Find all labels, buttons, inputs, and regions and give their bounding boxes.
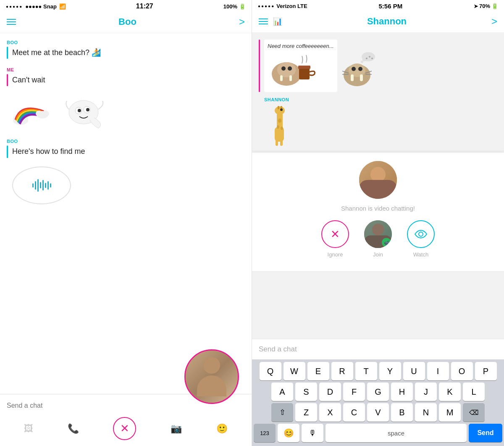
key-a[interactable]: A [271, 383, 293, 401]
bar-chart-icon[interactable]: 📊 [273, 17, 282, 26]
key-c[interactable]: C [343, 403, 365, 422]
carrier-name: ●●●●● Snap [25, 3, 57, 10]
key-i[interactable]: I [427, 362, 449, 380]
keyboard-row-2: A S D F G H J K L [254, 383, 502, 401]
right-chevron-right-icon[interactable]: > [491, 16, 497, 27]
shannon-sticker-block: Need more coffeeeeeeen... [259, 40, 497, 92]
key-h[interactable]: H [391, 383, 413, 401]
svg-point-12 [277, 62, 296, 77]
shannon-video-avatar [359, 161, 397, 199]
key-v[interactable]: V [367, 403, 389, 422]
right-status-bar: ●●●●● Verizon LTE 5:56 PM ➤ 70% 🔋 [252, 0, 504, 12]
key-m[interactable]: M [439, 403, 461, 422]
key-w[interactable]: W [284, 362, 305, 380]
right-hamburger-line-1 [259, 18, 268, 19]
right-header-left: 📊 [259, 17, 282, 26]
hamburger-line-2 [7, 21, 16, 22]
watch-action[interactable]: Watch [407, 220, 435, 258]
video-icon[interactable]: 📷 [171, 423, 182, 434]
left-battery-area: 100% 🔋 [223, 3, 246, 10]
message-bar-2 [7, 74, 8, 86]
key-y[interactable]: Y [379, 362, 401, 380]
coffee-sticker: Need more coffeeeeeeen... [264, 40, 337, 92]
svg-point-16 [288, 66, 292, 71]
sender-label-boo-1: BOO [7, 40, 245, 45]
key-p[interactable]: P [475, 362, 497, 380]
walrus-sticker-standalone [342, 49, 376, 89]
ignore-action[interactable]: ✕ Ignore [321, 220, 349, 258]
shannon-avatar-content [359, 161, 397, 199]
wave-bar-5 [42, 180, 44, 190]
key-d[interactable]: D [319, 383, 341, 401]
left-time: 11:27 [136, 3, 153, 10]
key-t[interactable]: T [355, 362, 377, 380]
caller-body [197, 375, 226, 396]
space-key[interactable]: space [326, 424, 467, 442]
ignore-x-icon: ✕ [331, 228, 340, 241]
key-r[interactable]: R [331, 362, 353, 380]
image-icon[interactable]: 🖼 [24, 423, 33, 434]
key-z[interactable]: Z [295, 403, 317, 422]
ignore-button[interactable]: ✕ [321, 220, 349, 248]
right-hamburger-icon[interactable] [259, 18, 268, 24]
microphone-key[interactable]: 🎙 [302, 424, 323, 442]
key-e[interactable]: E [307, 362, 329, 380]
svg-point-10 [86, 108, 89, 111]
right-chevron-icon[interactable]: > [239, 16, 245, 28]
key-g[interactable]: G [367, 383, 389, 401]
join-button[interactable]: 📹 [364, 220, 392, 248]
coffee-text: Need more coffeeeeeeen... [268, 43, 334, 49]
key-x[interactable]: X [319, 403, 341, 422]
phone-icon[interactable]: 📞 [68, 423, 79, 434]
right-battery-percent: 70% [479, 3, 490, 9]
message-text-1: Meet me at the beach? 🏄 [12, 47, 101, 59]
message-block-3: BOO Here's how to find me [7, 139, 245, 158]
coffee-illustration [268, 51, 322, 89]
numbers-key[interactable]: 123 [254, 424, 276, 442]
message-bar-3 [7, 145, 8, 158]
right-hamburger-line-2 [259, 21, 268, 22]
send-key[interactable]: Send [469, 424, 502, 442]
svg-point-30 [358, 67, 362, 71]
key-o[interactable]: O [451, 362, 473, 380]
video-call-avatar[interactable] [184, 349, 239, 404]
battery-percent: 100% [223, 3, 237, 10]
eye-icon [414, 230, 428, 239]
hamburger-line-1 [7, 19, 16, 20]
svg-rect-18 [298, 66, 310, 69]
join-video-badge: 📹 [382, 238, 391, 247]
audio-message-bubble[interactable] [12, 166, 71, 204]
svg-point-9 [78, 109, 81, 112]
wave-bar-4 [40, 182, 41, 188]
video-call-notification: Shannon is video chatting! ✕ Ignore [252, 153, 504, 271]
left-panel: ●●●●● ●●●●● Snap 📶 11:27 100% 🔋 Boo > BO… [0, 0, 252, 446]
end-call-button[interactable]: ✕ [113, 417, 136, 440]
key-u[interactable]: U [403, 362, 425, 380]
key-n[interactable]: N [415, 403, 437, 422]
key-b[interactable]: B [391, 403, 413, 422]
watch-button[interactable] [407, 220, 435, 248]
key-k[interactable]: K [439, 383, 461, 401]
key-f[interactable]: F [343, 383, 365, 401]
chat-title-boo: Boo [118, 16, 136, 27]
key-s[interactable]: S [295, 383, 317, 401]
join-action[interactable]: 📹 Join [364, 220, 392, 258]
wifi-icon: 📶 [59, 3, 66, 10]
shift-key[interactable]: ⇧ [271, 403, 293, 422]
message-bubble-3: Here's how to find me [7, 145, 245, 158]
emoji-icon[interactable]: 🙂 [216, 423, 228, 434]
hamburger-menu-icon[interactable] [7, 19, 16, 25]
key-j[interactable]: J [415, 383, 437, 401]
right-chat-area: Need more coffeeeeeeen... [252, 33, 504, 339]
keyboard-row-3: ⇧ Z X C V B N M ⌫ [254, 403, 502, 422]
message-bubble-2: Can't wait [7, 74, 245, 86]
svg-rect-17 [299, 68, 310, 79]
call-action-buttons: ✕ Ignore 📹 Join [321, 220, 435, 258]
svg-point-15 [281, 66, 286, 71]
key-q[interactable]: Q [260, 362, 281, 380]
right-carrier-name: Verizon LTE [276, 3, 307, 9]
emoji-key[interactable]: 😊 [278, 424, 299, 442]
delete-key[interactable]: ⌫ [463, 403, 485, 422]
key-l[interactable]: L [463, 383, 485, 401]
caller-video-preview [186, 351, 238, 403]
